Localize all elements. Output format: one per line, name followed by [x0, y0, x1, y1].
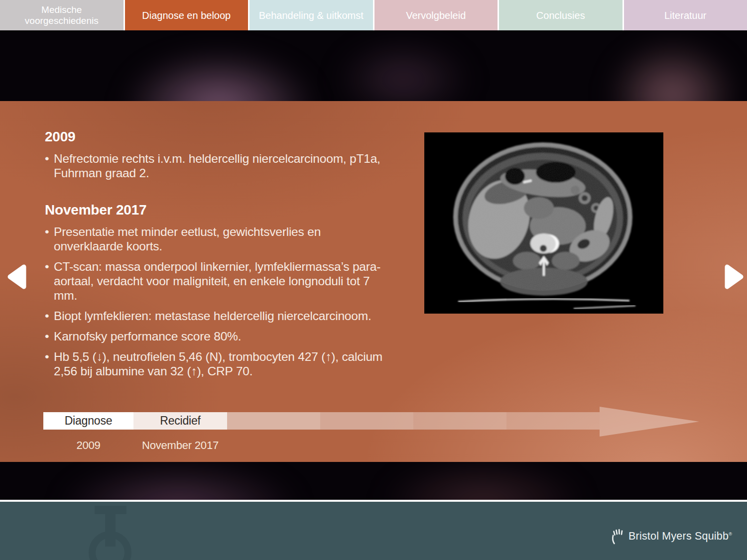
tab-label: Behandeling & uitkomst — [259, 10, 364, 21]
timeline-step-future — [320, 412, 413, 430]
timeline-step-future — [413, 412, 506, 430]
ct-scan-image — [424, 132, 663, 314]
timeline-arrowhead — [600, 406, 702, 440]
tab-label: Vervolgbeleid — [406, 10, 466, 21]
next-slide-button[interactable] — [724, 264, 744, 290]
tab-literatuur[interactable]: Literatuur — [624, 0, 747, 30]
bullet-item: Karnofsky performance score 80%. — [45, 329, 383, 343]
timeline-step-future — [506, 412, 600, 430]
section-heading: 2009 — [45, 129, 383, 145]
bullet-item: Hb 5,5 (↓), neutrofielen 5,46 (N), tromb… — [45, 349, 383, 378]
timeline-date-november-2017: November 2017 — [133, 439, 227, 452]
tab-behandeling-uitkomst[interactable]: Behandeling & uitkomst — [249, 0, 373, 30]
chevron-left-icon — [7, 264, 27, 290]
timeline-step-diagnose[interactable]: Diagnose — [43, 412, 133, 430]
section-heading: November 2017 — [45, 202, 383, 218]
bullet-item: Presentatie met minder eetlust, gewichts… — [45, 224, 383, 253]
tab-label: Literatuur — [664, 10, 707, 21]
timeline-step-future — [227, 412, 320, 430]
timeline-bar: Diagnose Recidief — [43, 412, 600, 430]
case-section-2009: 2009 Nefrectomie rechts i.v.m. heldercel… — [45, 129, 383, 180]
tab-bar: Medische voorgeschiedenis Diagnose en be… — [0, 0, 747, 30]
slide-stage: Medische voorgeschiedenis Diagnose en be… — [0, 0, 747, 560]
bullet-list: Nefrectomie rechts i.v.m. heldercellig n… — [45, 151, 383, 180]
case-content: 2009 Nefrectomie rechts i.v.m. heldercel… — [45, 129, 383, 384]
bristol-myers-squibb-logo: Bristol Myers Squibb® — [611, 529, 732, 545]
tab-diagnose-en-beloop[interactable]: Diagnose en beloop — [125, 0, 249, 30]
previous-slide-button[interactable] — [7, 264, 27, 290]
chevron-right-icon — [724, 264, 744, 290]
tab-conclusies[interactable]: Conclusies — [499, 0, 622, 30]
footer: Bristol Myers Squibb® — [0, 502, 747, 560]
timeline-step-recidief[interactable]: Recidief — [133, 412, 227, 430]
tab-label: Conclusies — [536, 10, 585, 21]
case-panel: 2009 Nefrectomie rechts i.v.m. heldercel… — [0, 101, 747, 462]
registered-mark: ® — [729, 532, 732, 537]
bullet-item: Nefrectomie rechts i.v.m. heldercellig n… — [45, 151, 383, 180]
tab-medische-voorgeschiedenis[interactable]: Medische voorgeschiedenis — [0, 0, 124, 30]
bullet-list: Presentatie met minder eetlust, gewichts… — [45, 224, 383, 378]
tab-label: Diagnose en beloop — [142, 10, 231, 21]
bms-hand-icon — [611, 529, 624, 545]
bms-wordmark: Bristol Myers Squibb® — [628, 529, 732, 544]
tab-vervolgbeleid[interactable]: Vervolgbeleid — [374, 0, 498, 30]
bullet-item: CT-scan: massa onderpool linkernier, lym… — [45, 259, 383, 303]
tab-label: Medische voorgeschiedenis — [14, 4, 109, 26]
medical-watermark-icon — [75, 502, 174, 560]
bullet-item: Biopt lymfeklieren: metastase heldercell… — [45, 309, 383, 323]
case-section-november-2017: November 2017 Presentatie met minder eet… — [45, 202, 383, 378]
timeline-date-2009: 2009 — [43, 439, 133, 452]
